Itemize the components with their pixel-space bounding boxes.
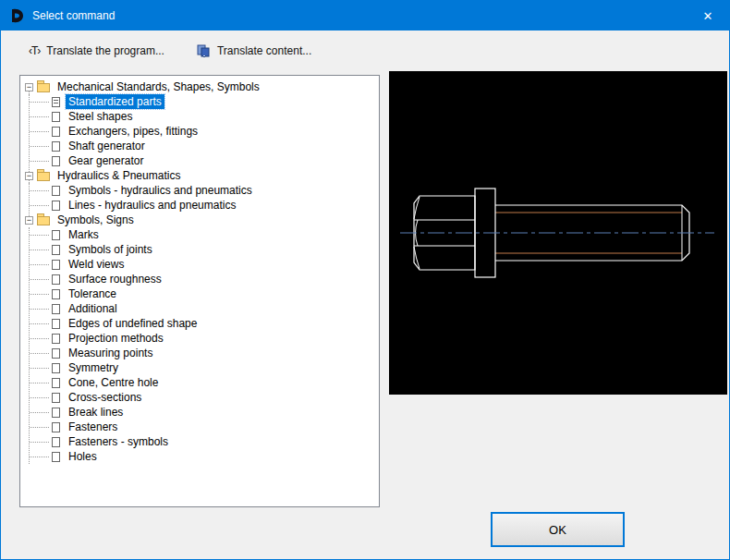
document-icon — [52, 127, 60, 137]
translate-program-button[interactable]: ‹T› Translate the program... — [21, 40, 172, 62]
tree-item-label: Weld views — [66, 257, 127, 272]
tree-item[interactable]: Fasteners — [30, 420, 379, 434]
preview-panel — [389, 71, 727, 395]
document-icon — [52, 452, 60, 462]
tree-connector — [30, 235, 49, 236]
collapse-toggle-icon[interactable]: − — [25, 83, 33, 91]
tree-item[interactable]: Symmetry — [30, 360, 379, 375]
document-icon — [52, 422, 60, 432]
document-icon — [52, 304, 60, 314]
tree-connector — [30, 412, 49, 413]
command-tree[interactable]: −Mechanical Standards, Shapes, SymbolsSt… — [19, 75, 380, 507]
tree-connector — [30, 116, 49, 117]
tree-item[interactable]: Lines - hydraulics and pneumatics — [30, 198, 379, 213]
tree-connector — [30, 323, 49, 324]
document-icon — [52, 156, 60, 166]
tree-item-label: Gear generator — [66, 153, 146, 168]
tree-connector — [30, 457, 49, 457]
document-icon — [52, 348, 60, 359]
tree-item-label: Fasteners — [66, 420, 120, 434]
tree-connector — [30, 442, 49, 443]
tree-connector — [30, 146, 49, 147]
tree-item[interactable]: Edges of undefined shape — [30, 316, 379, 331]
tree-item[interactable]: Projection methods — [30, 331, 379, 346]
tree-item[interactable]: Measuring points — [30, 346, 379, 360]
tree-item[interactable]: Additional — [30, 301, 379, 316]
tree-connector — [30, 294, 49, 295]
tree-item[interactable]: Standardized parts — [30, 94, 379, 109]
translate-content-button[interactable]: Translate content... — [189, 39, 319, 63]
bolt-drawing — [389, 71, 727, 395]
tree-group-label: Mechanical Standards, Shapes, Symbols — [55, 79, 262, 94]
tree-group-children: Symbols - hydraulics and pneumaticsLines… — [29, 183, 379, 213]
tree-item-label: Marks — [66, 227, 102, 242]
tree-item[interactable]: Marks — [30, 227, 379, 242]
translate-content-label: Translate content... — [217, 44, 311, 57]
tree-item-label: Symbols - hydraulics and pneumatics — [66, 183, 255, 198]
tree-connector — [30, 250, 49, 250]
document-icon — [52, 112, 60, 122]
tree-connector — [30, 427, 49, 428]
tree-item[interactable]: Cone, Centre hole — [30, 375, 379, 390]
tree-item[interactable]: Symbols of joints — [30, 242, 379, 257]
document-icon — [52, 245, 60, 255]
tree-item[interactable]: Surface roughness — [30, 272, 379, 286]
tree-group-children: MarksSymbols of jointsWeld viewsSurface … — [29, 227, 379, 464]
app-logo-icon — [9, 7, 26, 24]
collapse-toggle-icon[interactable]: − — [25, 172, 33, 180]
close-icon[interactable]: ✕ — [687, 1, 729, 30]
tree-item[interactable]: Holes — [30, 449, 379, 464]
document-icon — [52, 274, 60, 285]
tree-item-label: Shaft generator — [66, 139, 148, 153]
document-icon — [52, 260, 60, 270]
tree-item[interactable]: Cross-sections — [30, 390, 379, 405]
tree-group-label: Hydraulics & Pneumatics — [55, 168, 183, 183]
document-icon — [52, 334, 60, 344]
tree-connector — [30, 161, 49, 162]
tree-item-label: Fasteners - symbols — [66, 434, 171, 449]
tree-item-label: Cross-sections — [66, 390, 144, 405]
tree-item-label: Symbols of joints — [66, 242, 155, 257]
tree-connector — [30, 102, 49, 103]
tree-item-label: Edges of undefined shape — [66, 316, 200, 331]
tree-group-label: Symbols, Signs — [55, 213, 137, 227]
tree-item-label: Projection methods — [66, 331, 166, 346]
translate-t-icon: ‹T› — [29, 44, 40, 57]
tree-item-label: Exchangers, pipes, fittings — [66, 124, 201, 139]
tree-connector — [30, 309, 49, 310]
tree-item[interactable]: Tolerance — [30, 286, 379, 301]
tree-item-label: Holes — [66, 449, 100, 464]
tree-item[interactable]: Fasteners - symbols — [30, 434, 379, 449]
tree-item[interactable]: Exchangers, pipes, fittings — [30, 124, 379, 139]
tree-item[interactable]: Weld views — [30, 257, 379, 272]
tree-connector — [30, 205, 49, 206]
toolbar: ‹T› Translate the program... Translate c… — [1, 30, 729, 71]
tree-group-children: Standardized partsSteel shapesExchangers… — [29, 94, 379, 168]
ok-button[interactable]: OK — [491, 512, 625, 547]
tree-item[interactable]: Gear generator — [30, 153, 379, 168]
tree-item[interactable]: Shaft generator — [30, 139, 379, 153]
folder-icon — [37, 172, 50, 181]
titlebar: Select command ✕ — [1, 1, 729, 30]
tree-item[interactable]: Steel shapes — [30, 109, 379, 124]
tree-item-label: Symmetry — [66, 360, 121, 375]
tree-connector — [30, 190, 49, 191]
tree-group[interactable]: −Mechanical Standards, Shapes, Symbols — [20, 79, 379, 94]
tree-connector — [30, 131, 49, 132]
tree-item-label: Tolerance — [66, 286, 119, 301]
collapse-toggle-icon[interactable]: − — [25, 216, 33, 225]
document-icon — [52, 437, 60, 447]
tree-group[interactable]: −Hydraulics & Pneumatics — [20, 168, 379, 183]
tree-item-label: Additional — [66, 301, 120, 316]
document-icon — [52, 363, 60, 373]
folder-icon — [37, 216, 50, 225]
document-icon — [52, 289, 60, 299]
tree-item-label: Surface roughness — [66, 272, 164, 286]
document-icon — [52, 97, 60, 107]
tree-connector — [30, 397, 49, 398]
tree-connector — [30, 353, 49, 354]
tree-group[interactable]: −Symbols, Signs — [20, 213, 379, 227]
tree-item[interactable]: Symbols - hydraulics and pneumatics — [30, 183, 379, 198]
tree-item[interactable]: Break lines — [30, 405, 379, 420]
select-command-dialog: Select command ✕ ‹T› Translate the progr… — [0, 0, 730, 560]
